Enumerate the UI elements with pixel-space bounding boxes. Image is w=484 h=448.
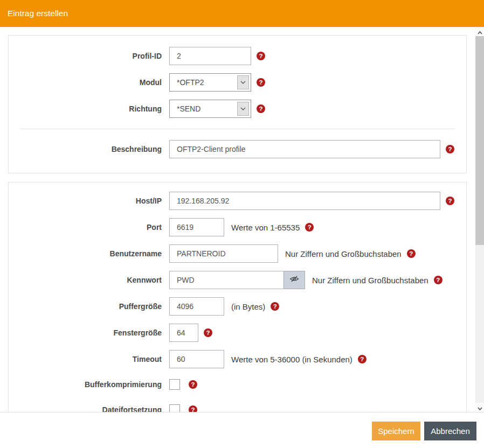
port-hint: Werte von 1-65535	[231, 223, 300, 232]
form-row-host: Host/IP ?	[9, 192, 466, 210]
fenstergroesse-label: Fenstergröße	[9, 328, 162, 337]
dateifortsetzung-label: Dateifortsetzung	[9, 405, 162, 412]
puffergroesse-label: Puffergröße	[9, 302, 162, 311]
modul-selected-value: *OFTP2	[177, 74, 204, 91]
scroll-down-button[interactable]	[475, 403, 484, 412]
kennwort-input[interactable]	[169, 271, 284, 289]
scroll-up-button[interactable]	[475, 27, 484, 36]
benutzername-input[interactable]	[169, 244, 278, 263]
help-icon[interactable]: ?	[407, 249, 416, 258]
richtung-select[interactable]: *SEND	[169, 100, 251, 118]
scrollbar-thumb[interactable]	[475, 36, 484, 245]
help-icon[interactable]: ?	[271, 302, 279, 311]
help-icon[interactable]: ?	[189, 405, 197, 412]
dialog-title: Eintrag erstellen	[8, 0, 68, 27]
puffergroesse-hint: (in Bytes)	[231, 302, 265, 311]
port-input[interactable]	[169, 218, 224, 236]
eye-slash-icon	[289, 275, 299, 285]
help-icon[interactable]: ?	[305, 223, 314, 232]
dialog-header: Eintrag erstellen	[0, 0, 484, 27]
dialog-content: Profil-ID ? Modul *OFTP2 ? Richtung *SEN…	[0, 27, 475, 412]
panel-connection: Host/IP ? Port Werte von 1-65535 ? Benut…	[8, 182, 467, 412]
form-row-timeout: Timeout Werte von 5-36000 (in Sekunden) …	[9, 350, 466, 368]
profil-id-label: Profil-ID	[9, 52, 162, 60]
kennwort-label: Kennwort	[9, 276, 162, 284]
help-icon[interactable]: ?	[204, 328, 212, 337]
modul-label: Modul	[9, 78, 162, 87]
help-icon[interactable]: ?	[446, 145, 454, 153]
timeout-label: Timeout	[9, 355, 162, 363]
form-row-benutzername: Benutzername Nur Ziffern und Großbuchsta…	[9, 244, 466, 263]
password-group	[169, 271, 305, 289]
form-row-kennwort: Kennwort Nur Ziffern und Großbuchs	[9, 271, 466, 289]
form-row-puffergroesse: Puffergröße (in Bytes) ?	[9, 297, 466, 316]
chevron-down-icon[interactable]	[237, 102, 249, 116]
help-icon[interactable]: ?	[446, 197, 454, 205]
beschreibung-input[interactable]	[169, 140, 440, 158]
help-icon[interactable]: ?	[434, 276, 442, 284]
benutzername-hint: Nur Ziffern und Großbuchstaben	[285, 249, 402, 258]
help-icon[interactable]: ?	[358, 355, 367, 363]
dateifortsetzung-checkbox[interactable]	[169, 404, 180, 412]
modul-select[interactable]: *OFTP2	[169, 73, 251, 92]
fenstergroesse-input[interactable]	[169, 324, 198, 342]
password-visibility-toggle[interactable]	[284, 271, 305, 289]
help-icon[interactable]: ?	[189, 380, 197, 389]
host-input[interactable]	[169, 192, 440, 210]
timeout-input[interactable]	[169, 350, 224, 368]
richtung-label: Richtung	[9, 104, 162, 113]
chevron-up-icon	[478, 27, 482, 37]
puffergroesse-input[interactable]	[169, 297, 224, 316]
form-row-dateifortsetzung: Dateifortsetzung ?	[9, 404, 466, 412]
vertical-scrollbar[interactable]	[475, 27, 484, 412]
form-row-bufferkomprimierung: Bufferkomprimierung ?	[9, 379, 466, 390]
chevron-down-icon[interactable]	[237, 75, 249, 89]
help-icon[interactable]: ?	[257, 52, 265, 60]
kennwort-hint: Nur Ziffern und Großbuchstaben	[312, 276, 428, 285]
form-row-profil-id: Profil-ID ?	[9, 47, 466, 65]
form-row-richtung: Richtung *SEND ?	[9, 100, 466, 118]
timeout-hint: Werte von 5-36000 (in Sekunden)	[231, 355, 352, 364]
profil-id-input[interactable]	[169, 47, 251, 65]
form-row-fenstergroesse: Fenstergröße ?	[9, 324, 466, 342]
bufferkomprimierung-label: Bufferkomprimierung	[9, 380, 162, 389]
dialog-footer: Speichern Abbrechen	[0, 412, 484, 448]
help-icon[interactable]: ?	[257, 104, 265, 113]
host-label: Host/IP	[9, 197, 162, 205]
benutzername-label: Benutzername	[9, 249, 162, 258]
form-row-beschreibung: Beschreibung ?	[9, 140, 466, 158]
port-label: Port	[9, 223, 162, 232]
beschreibung-label: Beschreibung	[9, 145, 162, 153]
cancel-button[interactable]: Abbrechen	[424, 422, 476, 440]
form-row-modul: Modul *OFTP2 ?	[9, 73, 466, 92]
save-button[interactable]: Speichern	[372, 422, 420, 440]
chevron-down-icon	[478, 403, 482, 412]
form-row-port: Port Werte von 1-65535 ?	[9, 218, 466, 236]
panel-general: Profil-ID ? Modul *OFTP2 ? Richtung *SEN…	[8, 35, 467, 173]
dialog-eintrag-erstellen: Eintrag erstellen Profil-ID ? Modul *OFT…	[0, 0, 484, 448]
richtung-selected-value: *SEND	[177, 100, 200, 117]
help-icon[interactable]: ?	[257, 78, 265, 87]
section-divider	[20, 129, 455, 129]
bufferkomprimierung-checkbox[interactable]	[169, 379, 180, 390]
